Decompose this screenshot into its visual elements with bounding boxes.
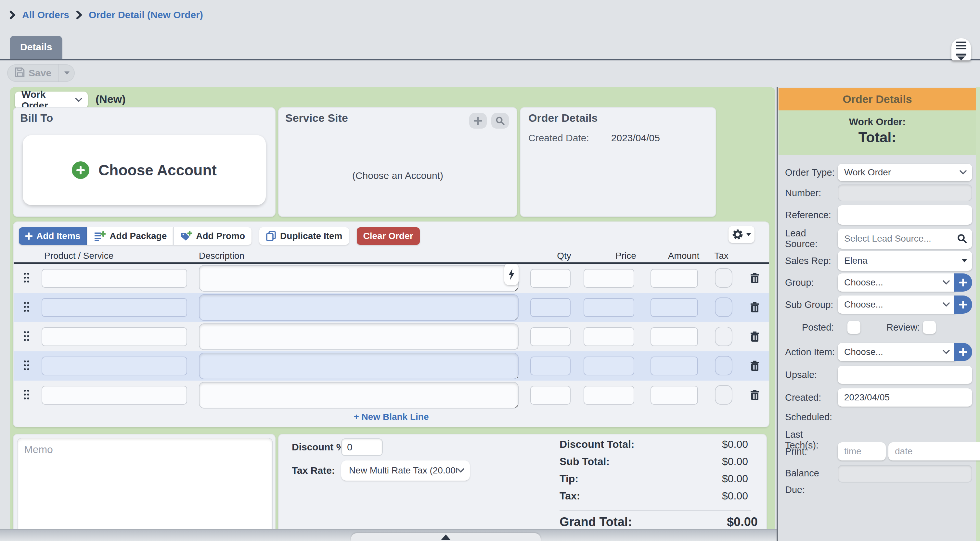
tax-checkbox[interactable] xyxy=(715,356,732,375)
qty-input[interactable] xyxy=(530,298,571,317)
price-input[interactable] xyxy=(584,298,634,317)
product-input[interactable] xyxy=(41,357,187,375)
save-dropdown-caret-icon[interactable] xyxy=(64,71,70,75)
tab-details[interactable]: Details xyxy=(10,36,62,59)
print-date-input[interactable] xyxy=(888,442,980,460)
collapse-panel-button[interactable] xyxy=(951,38,971,60)
sales-rep-select[interactable]: Elena xyxy=(838,251,972,271)
header-qty: Qty xyxy=(538,251,590,261)
discount-input[interactable] xyxy=(341,438,383,456)
grand-total-line: Grand Total:$0.00 xyxy=(560,515,751,529)
chevron-down-icon xyxy=(959,170,967,175)
created-date-value: 2023/04/05 xyxy=(611,132,660,144)
group-select[interactable]: Choose... xyxy=(838,273,955,292)
price-input[interactable] xyxy=(584,386,634,405)
description-input[interactable] xyxy=(199,382,519,409)
trash-icon[interactable] xyxy=(751,360,759,374)
new-blank-line-link[interactable]: + New Blank Line xyxy=(14,412,769,422)
tab-bar: Details xyxy=(0,30,980,60)
add-package-button[interactable]: Add Package xyxy=(87,227,173,245)
search-icon xyxy=(496,116,504,125)
add-site-button[interactable] xyxy=(469,113,487,129)
price-input[interactable] xyxy=(584,327,634,346)
sub-group-select[interactable]: Choose... xyxy=(838,295,955,314)
order-type-select[interactable]: Work Order xyxy=(838,163,972,181)
product-input[interactable] xyxy=(41,327,187,346)
add-action-item-button[interactable] xyxy=(954,343,972,361)
created-date-input[interactable] xyxy=(838,389,972,406)
total-value: $0.00 xyxy=(722,455,748,468)
order-detail-page: All Orders Order Detail (New Order) Deta… xyxy=(0,0,980,541)
search-site-button[interactable] xyxy=(491,113,509,129)
tax-checkbox[interactable] xyxy=(715,268,732,288)
product-input[interactable] xyxy=(41,298,187,317)
item-toolbar: Add Items Add Package Add Promo Duplicat… xyxy=(19,227,420,245)
price-input[interactable] xyxy=(584,269,634,288)
upsale-input[interactable] xyxy=(838,366,972,384)
amount-input[interactable] xyxy=(651,269,698,288)
quick-fill-button[interactable] xyxy=(504,264,519,285)
save-button[interactable]: Save xyxy=(7,64,75,82)
field-sales-rep: Sales Rep: Elena xyxy=(785,251,972,271)
qty-input[interactable] xyxy=(530,269,571,288)
table-settings-button[interactable] xyxy=(729,226,754,243)
amount-input[interactable] xyxy=(651,357,698,375)
add-promo-button[interactable]: Add Promo xyxy=(173,227,251,245)
chevron-down-icon xyxy=(942,302,950,307)
amount-input[interactable] xyxy=(651,386,698,405)
caret-down-icon xyxy=(962,259,967,262)
reference-input[interactable] xyxy=(838,205,972,225)
description-input[interactable] xyxy=(199,324,519,350)
drag-handle-icon[interactable] xyxy=(24,360,29,371)
field-posted-review: Posted: Review: xyxy=(785,319,972,335)
drag-handle-icon[interactable] xyxy=(24,390,29,400)
review-checkbox[interactable] xyxy=(923,321,936,334)
amount-input[interactable] xyxy=(651,298,698,317)
trash-icon[interactable] xyxy=(751,390,759,403)
tax-rate-select[interactable]: New Multi Rate Tax (20.000% xyxy=(341,460,470,481)
amount-input[interactable] xyxy=(651,327,698,346)
qty-input[interactable] xyxy=(530,386,571,405)
print-time-input[interactable] xyxy=(838,442,886,460)
save-button-label: Save xyxy=(29,68,51,79)
add-items-button[interactable]: Add Items xyxy=(19,227,87,245)
description-input[interactable] xyxy=(199,353,519,379)
posted-checkbox[interactable] xyxy=(848,321,861,334)
trash-icon[interactable] xyxy=(751,331,759,345)
price-input[interactable] xyxy=(584,357,634,375)
action-item-select[interactable]: Choose... xyxy=(838,343,955,361)
product-input[interactable] xyxy=(41,269,187,288)
description-input[interactable] xyxy=(199,294,519,321)
tax-checkbox[interactable] xyxy=(715,327,732,346)
breadcrumb-order-detail[interactable]: Order Detail (New Order) xyxy=(89,10,203,21)
service-site-placeholder: (Choose an Account) xyxy=(279,170,517,181)
trash-icon[interactable] xyxy=(751,273,759,286)
plus-icon xyxy=(959,279,967,286)
trash-icon[interactable] xyxy=(751,302,759,316)
created-date-label: Created Date: xyxy=(528,132,589,144)
add-group-button[interactable] xyxy=(954,273,972,292)
sidebar-summary-band: Work Order: Total: xyxy=(778,110,976,155)
breadcrumb-all-orders[interactable]: All Orders xyxy=(22,10,69,21)
duplicate-item-button[interactable]: Duplicate Item xyxy=(259,227,348,245)
drag-handle-icon[interactable] xyxy=(24,273,29,283)
field-created: Created: xyxy=(785,389,972,406)
memo-input[interactable] xyxy=(17,438,273,535)
drag-handle-icon[interactable] xyxy=(24,331,29,342)
order-type-select-top[interactable]: Work Order xyxy=(15,92,88,108)
add-sub-group-button[interactable] xyxy=(954,295,972,314)
qty-input[interactable] xyxy=(530,357,571,375)
product-input[interactable] xyxy=(41,386,187,405)
lead-source-picker[interactable]: Select Lead Source... xyxy=(838,228,972,249)
field-balance-due: Balance Due: xyxy=(785,465,972,498)
description-input[interactable] xyxy=(199,265,519,292)
qty-input[interactable] xyxy=(530,327,571,346)
table-row xyxy=(14,322,769,351)
bottom-drawer-handle[interactable] xyxy=(351,533,541,541)
drag-handle-icon[interactable] xyxy=(24,302,29,313)
choose-account-button[interactable]: Choose Account xyxy=(23,135,266,205)
plus-circle-icon xyxy=(72,162,89,179)
tax-checkbox[interactable] xyxy=(715,297,732,317)
clear-order-button[interactable]: Clear Order xyxy=(357,227,420,245)
tax-checkbox[interactable] xyxy=(715,385,732,405)
